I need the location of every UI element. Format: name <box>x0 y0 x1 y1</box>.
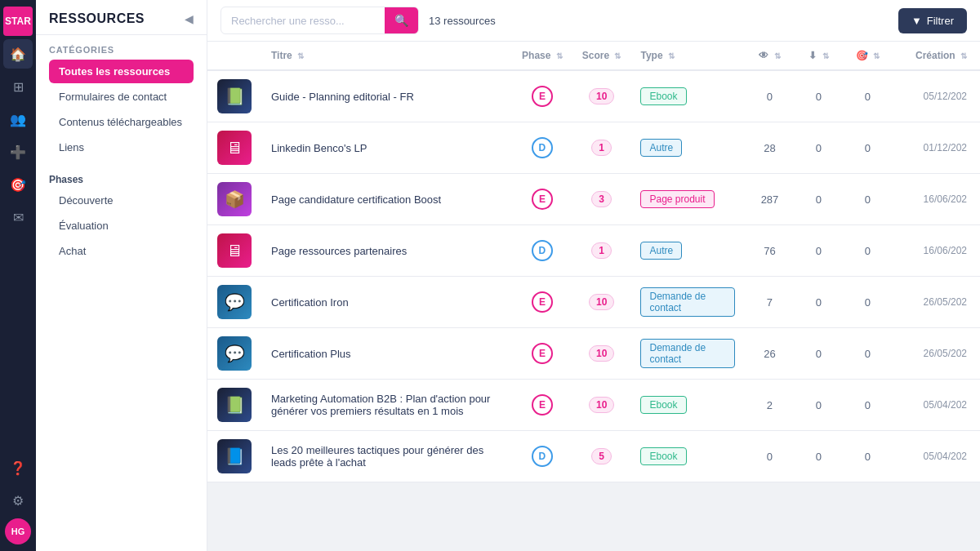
td-title: Certification Plus <box>261 328 512 380</box>
target-icon[interactable]: 🎯 <box>3 170 33 199</box>
table-row[interactable]: 💬 Certification Plus E 10 Demande de con… <box>207 328 980 380</box>
td-views: 287 <box>745 174 794 225</box>
resources-table: Titre ⇅ Phase ⇅ Score ⇅ Type ⇅ 👁 ⇅ ⬇ ⇅ 🎯… <box>207 42 980 482</box>
th-downloads[interactable]: ⬇ ⇅ <box>794 42 843 70</box>
row-thumbnail: 📗 <box>217 79 252 113</box>
td-creation: 05/12/202 <box>892 70 980 122</box>
sidebar-item-forms[interactable]: Formulaires de contact <box>49 85 194 109</box>
add-user-icon[interactable]: ➕ <box>3 137 33 167</box>
td-creation: 01/12/202 <box>892 122 980 174</box>
td-title: Page candidature certification Boost <box>261 174 512 225</box>
th-phase[interactable]: Phase ⇅ <box>512 42 572 70</box>
users-icon[interactable]: 👥 <box>3 104 33 134</box>
td-thumb: 🖥 <box>207 225 261 277</box>
sidebar-item-all[interactable]: Toutes les ressources <box>49 60 194 83</box>
sidebar-item-downloads[interactable]: Contenus téléchargeables <box>49 110 194 134</box>
th-score[interactable]: Score ⇅ <box>572 42 631 70</box>
sidebar-item-evaluation[interactable]: Évaluation <box>49 214 194 238</box>
td-targets: 0 <box>843 277 892 328</box>
settings-icon[interactable]: ⚙ <box>3 486 33 515</box>
th-type[interactable]: Type ⇅ <box>630 42 745 70</box>
type-badge: Autre <box>640 139 682 157</box>
icon-bar: STAR 🏠 ⊞ 👥 ➕ 🎯 ✉ ❓ ⚙ HG <box>0 0 36 551</box>
star-icon[interactable]: STAR <box>3 7 33 36</box>
avatar[interactable]: HG <box>5 518 31 544</box>
td-downloads: 0 <box>794 380 843 431</box>
th-targets[interactable]: 🎯 ⇅ <box>843 42 892 70</box>
phase-badge: D <box>532 446 553 467</box>
score-badge: 10 <box>589 345 614 362</box>
td-type: Demande de contact <box>630 328 745 380</box>
search-input[interactable] <box>221 8 385 33</box>
table-row[interactable]: 📗 Guide - Planning editorial - FR E 10 E… <box>207 70 980 122</box>
sidebar-collapse-btn[interactable]: ◀ <box>185 12 194 25</box>
score-badge: 5 <box>591 448 612 464</box>
td-title: Linkedin Benco's LP <box>261 122 512 174</box>
phase-badge: D <box>532 137 553 158</box>
td-views: 0 <box>745 431 794 482</box>
td-type: Autre <box>630 225 745 277</box>
td-downloads: 0 <box>794 431 843 482</box>
th-creation[interactable]: Création ⇅ <box>892 42 980 70</box>
phase-badge: E <box>532 394 553 415</box>
filter-button[interactable]: ▼ Filtrer <box>898 8 967 33</box>
table-row[interactable]: 🖥 Page ressources partenaires D 1 Autre … <box>207 225 980 277</box>
search-button[interactable]: 🔍 <box>385 7 418 33</box>
sort-views-icon: ⇅ <box>774 51 781 60</box>
td-creation: 16/06/202 <box>892 225 980 277</box>
row-thumbnail: 💬 <box>217 336 252 371</box>
td-score: 10 <box>572 70 631 122</box>
sidebar-item-decouverte[interactable]: Découverte <box>49 189 194 212</box>
phase-badge: E <box>532 86 553 107</box>
phase-badge: E <box>532 343 553 364</box>
table-body: 📗 Guide - Planning editorial - FR E 10 E… <box>207 70 980 482</box>
table-row[interactable]: 📦 Page candidature certification Boost E… <box>207 174 980 225</box>
phase-badge: E <box>532 189 553 210</box>
sort-title-icon: ⇅ <box>297 51 304 60</box>
td-creation: 16/06/202 <box>892 174 980 225</box>
td-type: Ebook <box>630 70 745 122</box>
home-icon[interactable]: 🏠 <box>3 39 33 69</box>
td-downloads: 0 <box>794 174 843 225</box>
td-views: 7 <box>745 277 794 328</box>
type-badge: Ebook <box>640 87 686 105</box>
sidebar-item-links[interactable]: Liens <box>49 136 194 159</box>
type-badge: Ebook <box>640 396 686 414</box>
td-type: Page produit <box>630 174 745 225</box>
table-row[interactable]: 🖥 Linkedin Benco's LP D 1 Autre 28 0 0 0… <box>207 122 980 174</box>
td-thumb: 💬 <box>207 328 261 380</box>
td-targets: 0 <box>843 431 892 482</box>
td-downloads: 0 <box>794 122 843 174</box>
type-badge: Demande de contact <box>640 339 735 368</box>
row-thumbnail: 📗 <box>217 388 252 422</box>
table-row[interactable]: 📗 Marketing Automation B2B : Plan d'acti… <box>207 380 980 431</box>
td-views: 0 <box>745 70 794 122</box>
score-badge: 1 <box>591 242 612 259</box>
grid-icon[interactable]: ⊞ <box>3 72 33 101</box>
td-targets: 0 <box>843 70 892 122</box>
question-icon[interactable]: ❓ <box>3 453 33 482</box>
mail-icon[interactable]: ✉ <box>3 202 33 232</box>
th-title[interactable]: Titre ⇅ <box>261 42 512 70</box>
table-row[interactable]: 💬 Certification Iron E 10 Demande de con… <box>207 277 980 328</box>
td-type: Ebook <box>630 431 745 482</box>
td-creation: 26/05/202 <box>892 277 980 328</box>
search-wrapper: 🔍 <box>220 7 419 34</box>
td-downloads: 0 <box>794 277 843 328</box>
td-creation: 05/04/202 <box>892 380 980 431</box>
td-type: Demande de contact <box>630 277 745 328</box>
sidebar-title: RESSOURCES <box>49 11 145 26</box>
sidebar-header: RESSOURCES ◀ <box>36 0 207 35</box>
td-score: 1 <box>572 122 631 174</box>
table-row[interactable]: 📘 Les 20 meilleures tactiques pour génér… <box>207 431 980 482</box>
td-targets: 0 <box>843 328 892 380</box>
phases-label: Phases <box>36 164 207 189</box>
table-container: Titre ⇅ Phase ⇅ Score ⇅ Type ⇅ 👁 ⇅ ⬇ ⇅ 🎯… <box>207 42 980 551</box>
td-targets: 0 <box>843 174 892 225</box>
sidebar: RESSOURCES ◀ Catégories Toutes les resso… <box>36 0 207 551</box>
th-views[interactable]: 👁 ⇅ <box>745 42 794 70</box>
sidebar-item-achat[interactable]: Achat <box>49 239 194 263</box>
categories-section: Catégories Toutes les ressources Formula… <box>36 35 207 164</box>
td-creation: 05/04/202 <box>892 431 980 482</box>
resource-count: 13 ressources <box>429 15 496 27</box>
